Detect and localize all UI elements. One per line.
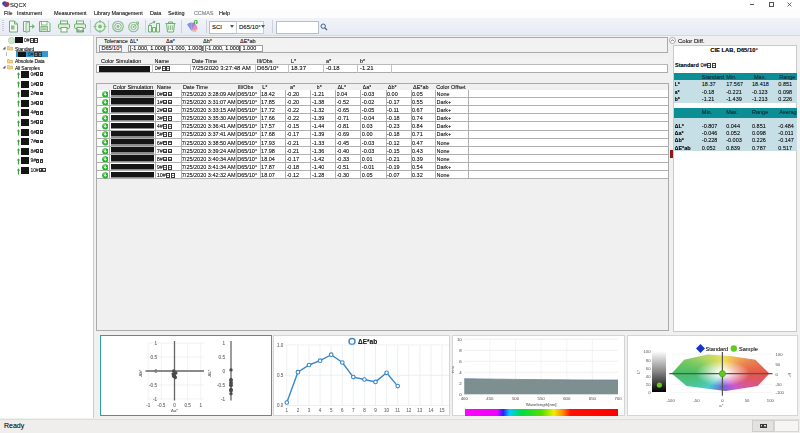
svg-text:8: 8 — [459, 347, 462, 352]
svg-text:1.0: 1.0 — [277, 342, 284, 347]
svg-text:10: 10 — [457, 336, 462, 341]
svg-text:4: 4 — [459, 369, 462, 374]
svg-text:2: 2 — [459, 380, 462, 385]
svg-text:Δa*: Δa* — [171, 408, 178, 413]
svg-text:3: 3 — [307, 408, 310, 413]
svg-text:a*: a* — [719, 403, 723, 408]
svg-text:1: 1 — [154, 340, 157, 345]
svg-text:1: 1 — [222, 340, 225, 345]
svg-text:0.5: 0.5 — [151, 354, 158, 359]
svg-text:ΔE*ab: ΔE*ab — [358, 338, 377, 345]
svg-text:700: 700 — [614, 396, 622, 401]
svg-text:Δb*: Δb* — [138, 369, 143, 376]
svg-text:12: 12 — [406, 408, 412, 413]
svg-text:9: 9 — [374, 408, 377, 413]
svg-text:50: 50 — [745, 398, 750, 403]
svg-text:-0.5: -0.5 — [217, 382, 225, 387]
svg-text:R%: R% — [452, 366, 455, 373]
svg-text:-1: -1 — [221, 396, 226, 401]
svg-text:0: 0 — [173, 402, 176, 407]
svg-text:-50: -50 — [776, 382, 783, 387]
svg-text:6: 6 — [340, 408, 343, 413]
svg-text:0.5: 0.5 — [219, 354, 226, 359]
svg-text:100: 100 — [776, 351, 784, 356]
svg-text:-0.5: -0.5 — [157, 402, 165, 407]
svg-text:ΔL*: ΔL* — [207, 369, 212, 376]
svg-text:11: 11 — [395, 408, 400, 413]
svg-text:-100: -100 — [776, 390, 785, 395]
svg-text:Wavelength[nm]: Wavelength[nm] — [526, 401, 557, 406]
svg-text:15: 15 — [439, 408, 445, 413]
svg-text:550: 550 — [538, 396, 546, 401]
svg-text:7: 7 — [352, 408, 355, 413]
svg-text:5: 5 — [329, 408, 332, 413]
svg-text:4: 4 — [318, 408, 321, 413]
svg-text:Word: Word — [76, 29, 83, 33]
svg-text:1: 1 — [285, 408, 288, 413]
svg-text:2: 2 — [296, 408, 299, 413]
svg-text:0.0: 0.0 — [277, 403, 284, 408]
svg-text:400: 400 — [461, 396, 469, 401]
svg-text:b*: b* — [787, 373, 792, 377]
svg-text:500: 500 — [512, 396, 520, 401]
svg-text:-100: -100 — [666, 398, 675, 403]
svg-text:0.5: 0.5 — [184, 402, 191, 407]
svg-text:-50: -50 — [693, 398, 700, 403]
svg-text:-1: -1 — [146, 402, 151, 407]
svg-text:13: 13 — [417, 408, 423, 413]
svg-text:600: 600 — [563, 396, 571, 401]
svg-text:0: 0 — [222, 368, 225, 373]
svg-text:0.5: 0.5 — [277, 372, 284, 377]
svg-text:8: 8 — [363, 408, 366, 413]
svg-text:14: 14 — [428, 408, 434, 413]
svg-text:6: 6 — [459, 358, 462, 363]
svg-text:-0.5: -0.5 — [149, 382, 157, 387]
svg-text:50: 50 — [776, 361, 781, 366]
svg-text:1: 1 — [200, 402, 203, 407]
svg-text:-1: -1 — [153, 396, 158, 401]
svg-text:450: 450 — [486, 396, 494, 401]
svg-text:10: 10 — [384, 408, 390, 413]
svg-text:0: 0 — [154, 368, 157, 373]
svg-text:650: 650 — [589, 396, 597, 401]
svg-text:100: 100 — [767, 398, 775, 403]
svg-text:0: 0 — [776, 371, 779, 376]
